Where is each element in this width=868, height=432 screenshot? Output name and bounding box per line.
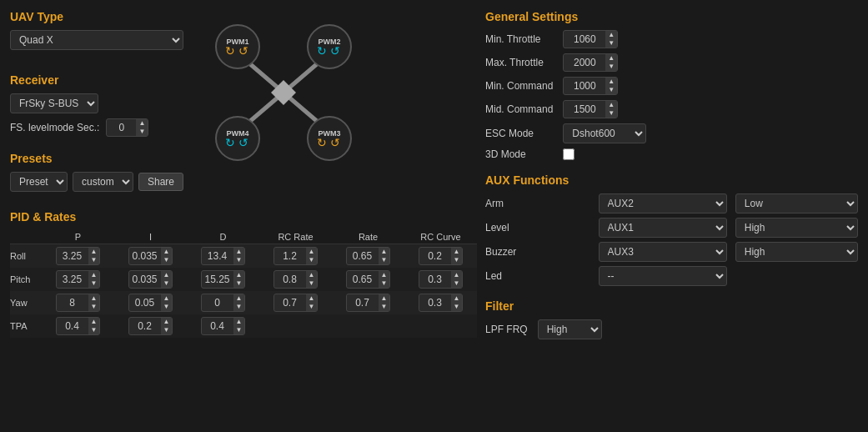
pid-up-btn[interactable]: ▲ <box>233 294 245 303</box>
pid-cell[interactable]: ▲▼ <box>404 291 477 314</box>
pid-down-btn[interactable]: ▼ <box>233 256 245 264</box>
pid-cell[interactable]: ▲▼ <box>114 291 187 314</box>
pid-input[interactable] <box>202 319 233 334</box>
min-throttle-spinbox[interactable]: ▲ ▼ <box>563 30 618 48</box>
buzzer-level-select[interactable]: HighLow <box>735 242 858 262</box>
max-throttle-down[interactable]: ▼ <box>605 63 617 71</box>
pid-up-btn[interactable]: ▲ <box>88 318 100 326</box>
pid-input[interactable] <box>347 249 379 264</box>
pid-down-btn[interactable]: ▼ <box>306 303 318 311</box>
mid-command-spinbox[interactable]: ▲ ▼ <box>563 100 618 118</box>
pid-input[interactable] <box>274 295 306 310</box>
pid-up-btn[interactable]: ▲ <box>161 271 173 279</box>
min-throttle-up[interactable]: ▲ <box>605 31 617 39</box>
level-aux-select[interactable]: AUX1AUX2AUX3-- <box>599 218 727 238</box>
pid-input[interactable] <box>57 295 88 310</box>
max-throttle-spinbox[interactable]: ▲ ▼ <box>563 53 618 72</box>
pid-up-btn[interactable]: ▲ <box>306 294 318 303</box>
preset-type-select[interactable]: Preset <box>10 172 68 192</box>
pid-up-btn[interactable]: ▲ <box>451 248 463 256</box>
pid-down-btn[interactable]: ▼ <box>88 279 100 288</box>
pid-input[interactable] <box>419 249 451 264</box>
pid-down-btn[interactable]: ▼ <box>233 326 245 334</box>
pid-input[interactable] <box>419 272 451 287</box>
pid-up-btn[interactable]: ▲ <box>306 248 318 256</box>
buzzer-aux-select[interactable]: AUX3AUX1AUX2-- <box>599 242 727 262</box>
pid-down-btn[interactable]: ▼ <box>306 256 318 264</box>
pid-cell[interactable]: ▲▼ <box>187 268 259 291</box>
pid-down-btn[interactable]: ▼ <box>233 279 245 288</box>
pid-cell[interactable]: ▲▼ <box>404 268 477 291</box>
receiver-select[interactable]: FrSky S-BUS PPM SBUS <box>10 93 98 113</box>
min-throttle-down[interactable]: ▼ <box>605 39 617 48</box>
pid-up-btn[interactable]: ▲ <box>306 271 318 279</box>
arm-aux-select[interactable]: AUX2AUX1AUX3-- <box>599 193 727 213</box>
level-level-select[interactable]: HighLow <box>735 218 858 238</box>
pid-up-btn[interactable]: ▲ <box>161 318 173 326</box>
pid-up-btn[interactable]: ▲ <box>451 294 463 303</box>
pid-input[interactable] <box>419 295 451 310</box>
max-throttle-input[interactable] <box>564 55 605 70</box>
pid-up-btn[interactable]: ▲ <box>88 294 100 303</box>
pid-input[interactable] <box>202 272 233 287</box>
mid-command-input[interactable] <box>564 102 605 117</box>
pid-cell[interactable]: ▲▼ <box>114 314 187 338</box>
pid-input[interactable] <box>129 319 161 334</box>
pid-cell[interactable]: ▲▼ <box>404 244 477 269</box>
pid-cell[interactable]: ▲▼ <box>114 244 187 269</box>
pid-input[interactable] <box>57 249 88 264</box>
pid-up-btn[interactable]: ▲ <box>379 271 390 279</box>
fs-spinbox[interactable]: ▲ ▼ <box>106 118 148 137</box>
pid-down-btn[interactable]: ▼ <box>379 279 390 288</box>
pid-input[interactable] <box>129 249 161 264</box>
pid-up-btn[interactable]: ▲ <box>451 271 463 279</box>
pid-cell[interactable]: ▲▼ <box>259 291 332 314</box>
pid-down-btn[interactable]: ▼ <box>379 303 390 311</box>
pid-down-btn[interactable]: ▼ <box>451 303 463 311</box>
pid-input[interactable] <box>129 272 161 287</box>
pid-up-btn[interactable]: ▲ <box>379 294 390 303</box>
pid-down-btn[interactable]: ▼ <box>161 279 173 288</box>
min-command-up[interactable]: ▲ <box>605 78 617 86</box>
pid-input[interactable] <box>274 272 306 287</box>
mode-3d-checkbox[interactable] <box>563 148 574 160</box>
pid-down-btn[interactable]: ▼ <box>379 256 390 264</box>
pid-up-btn[interactable]: ▲ <box>379 248 390 256</box>
pid-down-btn[interactable]: ▼ <box>88 303 100 311</box>
pid-down-btn[interactable]: ▼ <box>161 326 173 334</box>
pid-up-btn[interactable]: ▲ <box>88 248 100 256</box>
preset-custom-select[interactable]: custom <box>73 172 133 192</box>
esc-mode-select[interactable]: Dshot600 Dshot300 Oneshot125 PWM <box>563 123 646 143</box>
led-aux-select[interactable]: --AUX1AUX2AUX3 <box>599 266 727 286</box>
max-throttle-up[interactable]: ▲ <box>605 54 617 63</box>
arm-level-select[interactable]: LowHigh <box>735 193 858 213</box>
mid-command-down[interactable]: ▼ <box>605 109 617 118</box>
min-command-input[interactable] <box>564 78 605 93</box>
pid-cell[interactable]: ▲▼ <box>187 244 259 269</box>
pid-cell[interactable]: ▲▼ <box>42 314 114 338</box>
pid-cell[interactable]: ▲▼ <box>42 268 114 291</box>
share-button[interactable]: Share <box>138 173 183 191</box>
fs-down-btn[interactable]: ▼ <box>136 128 148 136</box>
pid-input[interactable] <box>202 249 233 264</box>
fs-up-btn[interactable]: ▲ <box>136 119 148 128</box>
pid-input[interactable] <box>129 295 161 310</box>
pid-up-btn[interactable]: ▲ <box>161 294 173 303</box>
lpf-frq-select[interactable]: HighMediumLow <box>538 319 602 339</box>
pid-cell[interactable]: ▲▼ <box>332 291 404 314</box>
pid-cell[interactable]: ▲▼ <box>259 268 332 291</box>
min-throttle-input[interactable] <box>564 32 605 47</box>
pid-down-btn[interactable]: ▼ <box>161 256 173 264</box>
pid-input[interactable] <box>57 319 88 334</box>
pid-down-btn[interactable]: ▼ <box>306 279 318 288</box>
pid-cell[interactable]: ▲▼ <box>187 291 259 314</box>
pid-down-btn[interactable]: ▼ <box>451 279 463 288</box>
pid-input[interactable] <box>202 295 233 310</box>
pid-down-btn[interactable]: ▼ <box>233 303 245 311</box>
pid-up-btn[interactable]: ▲ <box>88 271 100 279</box>
pid-cell[interactable]: ▲▼ <box>42 291 114 314</box>
pid-up-btn[interactable]: ▲ <box>233 318 245 326</box>
pid-down-btn[interactable]: ▼ <box>88 326 100 334</box>
pid-down-btn[interactable]: ▼ <box>161 303 173 311</box>
uav-type-select[interactable]: Quad X Quad + Tricopter Hex X <box>10 30 183 50</box>
